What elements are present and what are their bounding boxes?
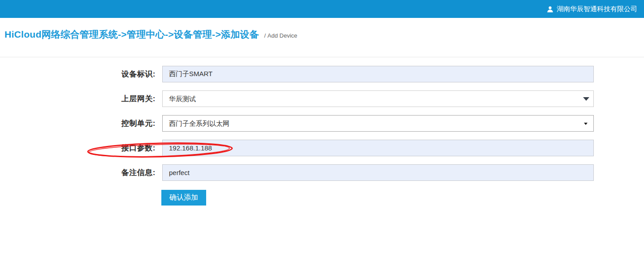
control-unit-label: 控制单元:	[0, 115, 156, 132]
user-account-menu[interactable]: 湖南华辰智通科技有限公司	[547, 5, 644, 13]
header-divider	[0, 57, 644, 57]
upper-gateway-selected-value: 华辰测试	[169, 95, 196, 103]
remark-input[interactable]	[162, 164, 594, 181]
interface-params-input[interactable]	[162, 140, 594, 156]
breadcrumb-subtitle: / Add Device	[264, 32, 298, 39]
breadcrumb-path[interactable]: HiCloud网络综合管理系统->管理中心->设备管理->添加设备	[4, 29, 259, 39]
breadcrumb: HiCloud网络综合管理系统->管理中心->设备管理->添加设备 / Add …	[4, 28, 297, 41]
confirm-add-button[interactable]: 确认添加	[161, 190, 206, 206]
control-unit-selected-value: 西门子全系列以太网	[169, 120, 229, 127]
upper-gateway-select[interactable]: 华辰测试	[162, 90, 594, 107]
interface-params-label: 接口参数:	[0, 140, 156, 156]
user-icon	[547, 6, 553, 13]
device-id-input[interactable]	[162, 66, 594, 82]
remark-label: 备注信息:	[0, 164, 156, 181]
company-name-label: 湖南华辰智通科技有限公司	[557, 5, 637, 13]
chevron-down-icon	[583, 97, 589, 101]
control-unit-select[interactable]: 西门子全系列以太网	[162, 115, 594, 132]
top-bar: 湖南华辰智通科技有限公司	[0, 0, 644, 18]
device-id-label: 设备标识:	[0, 66, 156, 82]
chevron-down-icon	[584, 123, 588, 125]
upper-gateway-label: 上层网关:	[0, 90, 156, 107]
